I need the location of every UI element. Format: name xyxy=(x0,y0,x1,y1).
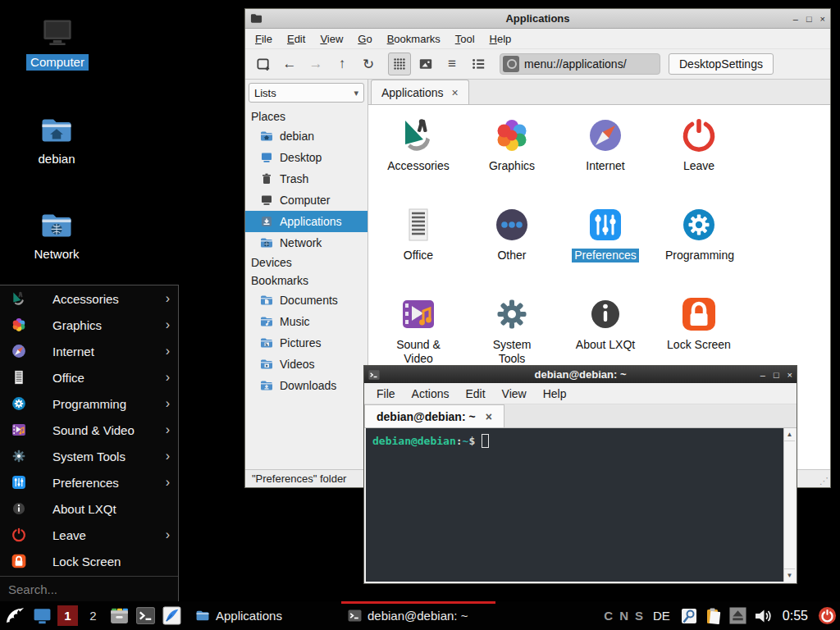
folder-graphics[interactable]: Graphics xyxy=(465,110,559,199)
menu-edit[interactable]: Edit xyxy=(281,30,312,48)
workspace-2-button[interactable]: 2 xyxy=(83,605,103,626)
menu-item-system-tools[interactable]: System Tools › xyxy=(0,443,178,469)
sidebar-item-music[interactable]: Music xyxy=(245,311,368,332)
menu-view[interactable]: View xyxy=(313,30,349,48)
menu-item-graphics[interactable]: Graphics › xyxy=(0,312,178,338)
thumbnail-view-icon xyxy=(418,57,433,71)
address-bar[interactable]: menu://applications/ xyxy=(500,53,660,75)
minimize-icon[interactable]: – xyxy=(760,369,765,381)
menu-item-label: Lock Screen xyxy=(52,555,121,568)
featherpad-launcher[interactable] xyxy=(162,605,182,626)
workspace-1-button[interactable]: 1 xyxy=(57,605,78,626)
sidebar-item-desktop[interactable]: Desktop xyxy=(245,147,368,168)
resize-grip-icon[interactable]: ⋰ xyxy=(819,476,829,486)
task-applications[interactable]: Applications xyxy=(189,601,335,630)
file-manager-launcher[interactable] xyxy=(109,605,130,626)
desktop-icon-network[interactable]: Network xyxy=(17,208,96,262)
fm-titlebar[interactable]: Applications – □ × xyxy=(245,9,830,29)
start-menu-button[interactable] xyxy=(5,605,25,626)
minimize-icon[interactable]: – xyxy=(793,13,798,25)
sidebar-item-debian[interactable]: debian xyxy=(245,126,368,147)
menu-item-sound-video[interactable]: Sound & Video › xyxy=(0,417,178,443)
thumbnail-view-button[interactable] xyxy=(414,52,437,75)
folder-internet[interactable]: Internet xyxy=(559,110,652,199)
folder-other[interactable]: Other xyxy=(465,199,559,289)
icon-view-button[interactable] xyxy=(388,52,411,75)
menu-edit[interactable]: Edit xyxy=(458,385,492,403)
show-desktop-button[interactable] xyxy=(32,605,52,626)
eject-tray-icon[interactable] xyxy=(729,607,746,624)
menu-item-preferences[interactable]: Preferences › xyxy=(0,469,178,495)
leave-icon xyxy=(11,527,27,543)
sidebar-item-videos[interactable]: Videos xyxy=(245,354,368,375)
maximize-icon[interactable]: □ xyxy=(774,369,779,381)
terminal-launcher[interactable] xyxy=(135,605,156,626)
screenshot-tray-icon[interactable] xyxy=(680,607,698,625)
menu-item-about-lxqt[interactable]: About LXQt xyxy=(0,495,178,522)
tab-close-icon[interactable]: × xyxy=(486,410,492,423)
tab-applications[interactable]: Applications × xyxy=(371,80,469,104)
computer-icon xyxy=(260,194,273,207)
reload-button[interactable]: ↻ xyxy=(357,52,380,75)
sidebar-mode-select[interactable]: Lists ▾ xyxy=(249,83,364,103)
menu-item-accessories[interactable]: Accessories › xyxy=(0,285,178,312)
new-tab-button[interactable] xyxy=(252,52,275,75)
folder-accessories[interactable]: Accessories xyxy=(372,110,465,199)
menu-item-office[interactable]: Office › xyxy=(0,364,178,390)
sidebar-item-trash[interactable]: Trash xyxy=(245,168,368,189)
menu-bookmarks[interactable]: Bookmarks xyxy=(381,30,447,48)
menu-search-input[interactable]: Search... xyxy=(0,577,178,601)
close-icon[interactable]: × xyxy=(820,13,825,25)
menu-item-internet[interactable]: Internet › xyxy=(0,338,178,364)
status-text: "Preferences" folder xyxy=(252,472,346,485)
maximize-icon[interactable]: □ xyxy=(806,13,812,25)
menu-item-programming[interactable]: Programming › xyxy=(0,390,178,417)
folder-preferences[interactable]: Preferences xyxy=(559,199,652,289)
folder-leave[interactable]: Leave xyxy=(652,110,746,199)
scroll-down-icon[interactable]: ▼ xyxy=(784,568,795,582)
desktop-icon-computer[interactable]: Computer xyxy=(18,16,97,71)
menu-view[interactable]: View xyxy=(495,385,534,403)
menu-file[interactable]: File xyxy=(249,30,279,48)
close-icon[interactable]: × xyxy=(788,369,792,381)
sidebar-item-network[interactable]: Network xyxy=(245,232,368,253)
back-button[interactable]: ← xyxy=(278,52,301,75)
volume-icon[interactable] xyxy=(753,606,773,626)
menu-tool[interactable]: Tool xyxy=(449,30,482,48)
sidebar-item-computer[interactable]: Computer xyxy=(245,189,368,211)
computer-icon xyxy=(39,16,76,51)
power-button[interactable] xyxy=(818,606,837,625)
sidebar-item-documents[interactable]: Documents xyxy=(245,290,368,311)
terminal-content[interactable]: debian@debian:~$ ▲ ▼ xyxy=(364,428,797,583)
keyboard-layout[interactable]: DE xyxy=(653,609,670,623)
folder-programming[interactable]: Programming xyxy=(652,199,746,289)
menu-go[interactable]: Go xyxy=(351,30,378,48)
downloads-folder-icon xyxy=(260,379,273,392)
sidebar-item-applications[interactable]: Applications xyxy=(245,211,368,232)
folder-label: Programming xyxy=(663,249,735,262)
tab-close-icon[interactable]: × xyxy=(452,86,459,99)
up-button[interactable]: ↑ xyxy=(331,52,354,75)
menu-help[interactable]: Help xyxy=(483,30,518,48)
clock[interactable]: 0:55 xyxy=(783,609,808,623)
desktop-settings-button[interactable]: DesktopSettings xyxy=(669,53,774,75)
task-terminal[interactable]: debian@debian: ~ xyxy=(341,601,495,630)
desktop-icon-debian[interactable]: debian xyxy=(17,113,96,167)
detailed-view-button[interactable] xyxy=(467,52,490,75)
menu-item-lock-screen[interactable]: Lock Screen xyxy=(0,548,178,574)
terminal-titlebar[interactable]: debian@debian: ~ – □ × xyxy=(364,366,797,383)
scroll-up-icon[interactable]: ▲ xyxy=(784,428,795,441)
terminal-scrollbar[interactable]: ▲ ▼ xyxy=(783,428,795,582)
clipboard-tray-icon[interactable] xyxy=(705,607,723,625)
forward-button[interactable]: → xyxy=(304,52,327,75)
menu-help[interactable]: Help xyxy=(536,385,574,403)
sidebar-item-downloads[interactable]: Downloads xyxy=(245,375,368,396)
menu-file[interactable]: File xyxy=(369,385,403,403)
sidebar-item-pictures[interactable]: Pictures xyxy=(245,332,368,354)
menu-actions[interactable]: Actions xyxy=(404,385,457,403)
folder-office[interactable]: Office xyxy=(372,199,465,289)
compact-view-button[interactable]: ≡ xyxy=(441,52,463,75)
terminal-tab[interactable]: debian@debian: ~ × xyxy=(364,404,504,427)
folder-label: About LXQt xyxy=(573,338,637,352)
menu-item-leave[interactable]: Leave › xyxy=(0,522,178,548)
